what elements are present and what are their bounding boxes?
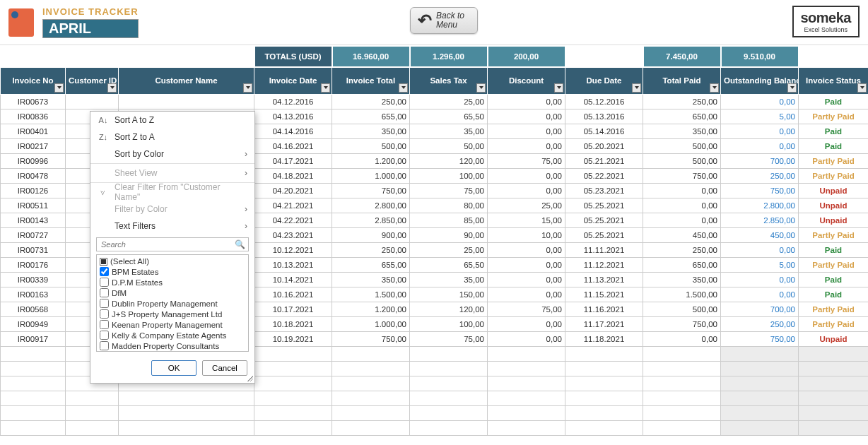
cell-total-paid[interactable]: 250,00 [643, 242, 721, 257]
cell-status[interactable]: Paid [799, 94, 869, 109]
cell-invoice-no[interactable]: IR00727 [1, 227, 66, 242]
cell-total-paid[interactable]: 0,00 [643, 198, 721, 213]
filter-dropdown-icon[interactable] [54, 83, 64, 93]
cell-invoice-no[interactable]: IR00996 [1, 153, 66, 168]
cell-status[interactable]: Paid [799, 287, 869, 302]
cell-invoice-no[interactable]: IR00176 [1, 257, 66, 272]
filter-dropdown-icon[interactable] [554, 83, 563, 93]
cell-status[interactable]: Partly Paid [799, 109, 869, 124]
cell-total-paid[interactable]: 500,00 [643, 153, 721, 168]
cell-invoice-date[interactable]: 10.18.2021 [254, 316, 332, 331]
cell-sales-tax[interactable]: 75,00 [410, 183, 488, 198]
cell-status[interactable]: Unpaid [799, 331, 869, 346]
cell-discount[interactable]: 0,00 [488, 331, 565, 346]
cell-status[interactable]: Partly Paid [799, 316, 869, 331]
col-invoice-date[interactable]: Invoice Date [254, 67, 332, 94]
filter-dropdown-icon[interactable] [399, 83, 408, 93]
table-row-empty[interactable] [1, 420, 869, 435]
cell-total-paid[interactable]: 500,00 [643, 138, 721, 153]
filter-option[interactable]: BPM Estates [100, 266, 245, 277]
filter-search-input[interactable] [96, 237, 249, 251]
cell-discount[interactable]: 75,00 [488, 302, 565, 316]
col-total-paid[interactable]: Total Paid [643, 67, 721, 94]
filter-dropdown-icon[interactable] [243, 83, 252, 93]
cancel-button[interactable]: Cancel [202, 360, 247, 376]
cell-invoice-total[interactable]: 750,00 [332, 183, 410, 198]
cell-invoice-no[interactable]: IR00568 [1, 302, 66, 316]
cell-discount[interactable]: 0,00 [488, 109, 565, 124]
cell-outstanding[interactable]: 0,00 [721, 94, 799, 109]
cell-invoice-total[interactable]: 1.000,00 [332, 316, 410, 331]
cell-sales-tax[interactable]: 65,50 [410, 109, 488, 124]
cell-invoice-no[interactable]: IR00917 [1, 331, 66, 346]
cell-sales-tax[interactable]: 85,00 [410, 213, 488, 227]
cell-outstanding[interactable]: 0,00 [721, 287, 799, 302]
cell-total-paid[interactable]: 250,00 [643, 94, 721, 109]
cell-outstanding[interactable]: 750,00 [721, 331, 799, 346]
cell-outstanding[interactable]: 2.850,00 [721, 213, 799, 227]
cell-invoice-date[interactable]: 10.13.2021 [254, 257, 332, 272]
cell-outstanding[interactable]: 700,00 [721, 153, 799, 168]
cell-outstanding[interactable]: 250,00 [721, 168, 799, 183]
cell-total-paid[interactable]: 750,00 [643, 168, 721, 183]
cell-invoice-no[interactable]: IR00401 [1, 124, 66, 138]
filter-option[interactable]: Kelly & Company Estate Agents [100, 330, 245, 340]
cell-outstanding[interactable]: 0,00 [721, 272, 799, 287]
cell-sales-tax[interactable]: 120,00 [410, 153, 488, 168]
cell-due-date[interactable]: 05.21.2021 [565, 153, 643, 168]
cell-invoice-date[interactable]: 04.12.2016 [254, 94, 332, 109]
col-discount[interactable]: Discount [488, 67, 565, 94]
cell-due-date[interactable]: 05.12.2016 [565, 94, 643, 109]
cell-invoice-total[interactable]: 250,00 [332, 94, 410, 109]
cell-status[interactable]: Partly Paid [799, 227, 869, 242]
cell-sales-tax[interactable]: 100,00 [410, 316, 488, 331]
cell-sales-tax[interactable]: 25,00 [410, 94, 488, 109]
cell-due-date[interactable]: 11.16.2021 [565, 302, 643, 316]
cell-due-date[interactable]: 11.18.2021 [565, 331, 643, 346]
cell-sales-tax[interactable]: 65,50 [410, 257, 488, 272]
cell-invoice-no[interactable]: IR00126 [1, 183, 66, 198]
cell-due-date[interactable]: 11.13.2021 [565, 272, 643, 287]
filter-option[interactable]: J+S Property Management Ltd [100, 309, 245, 319]
cell-discount[interactable]: 0,00 [488, 242, 565, 257]
filter-dropdown-icon[interactable] [107, 83, 117, 93]
cell-total-paid[interactable]: 750,00 [643, 316, 721, 331]
cell-outstanding[interactable]: 0,00 [721, 124, 799, 138]
cell-total-paid[interactable]: 350,00 [643, 124, 721, 138]
cell-discount[interactable]: 0,00 [488, 272, 565, 287]
cell-total-paid[interactable]: 450,00 [643, 227, 721, 242]
filter-dropdown-icon[interactable] [632, 83, 641, 93]
back-to-menu-button[interactable]: ↶ Back to Menu [410, 7, 478, 34]
table-row-empty[interactable] [1, 391, 869, 405]
cell-status[interactable]: Paid [799, 124, 869, 138]
cell-invoice-no[interactable]: IR00673 [1, 94, 66, 109]
cell-discount[interactable]: 25,00 [488, 198, 565, 213]
cell-due-date[interactable]: 05.25.2021 [565, 213, 643, 227]
cell-invoice-date[interactable]: 10.17.2021 [254, 302, 332, 316]
cell-invoice-total[interactable]: 2.800,00 [332, 198, 410, 213]
cell-invoice-no[interactable]: IR00143 [1, 213, 66, 227]
cell-invoice-total[interactable]: 900,00 [332, 227, 410, 242]
filter-dropdown-icon[interactable] [710, 83, 719, 93]
cell-discount[interactable]: 0,00 [488, 124, 565, 138]
cell-due-date[interactable]: 11.12.2021 [565, 257, 643, 272]
cell-outstanding[interactable]: 5,00 [721, 257, 799, 272]
cell-outstanding[interactable]: 0,00 [721, 242, 799, 257]
cell-invoice-date[interactable]: 10.12.2021 [254, 242, 332, 257]
cell-discount[interactable]: 0,00 [488, 287, 565, 302]
cell-outstanding[interactable]: 450,00 [721, 227, 799, 242]
cell-total-paid[interactable]: 650,00 [643, 109, 721, 124]
cell-invoice-total[interactable]: 655,00 [332, 257, 410, 272]
cell-total-paid[interactable]: 0,00 [643, 213, 721, 227]
cell-sales-tax[interactable]: 75,00 [410, 331, 488, 346]
cell-invoice-total[interactable]: 500,00 [332, 138, 410, 153]
cell-discount[interactable]: 10,00 [488, 227, 565, 242]
checkbox[interactable] [100, 288, 109, 297]
cell-status[interactable]: Unpaid [799, 213, 869, 227]
cell-invoice-total[interactable]: 350,00 [332, 272, 410, 287]
cell-total-paid[interactable]: 650,00 [643, 257, 721, 272]
col-invoice-total[interactable]: Invoice Total [332, 67, 410, 94]
cell-invoice-date[interactable]: 04.20.2021 [254, 183, 332, 198]
cell-due-date[interactable]: 11.11.2021 [565, 242, 643, 257]
cell-invoice-no[interactable]: IR00836 [1, 109, 66, 124]
